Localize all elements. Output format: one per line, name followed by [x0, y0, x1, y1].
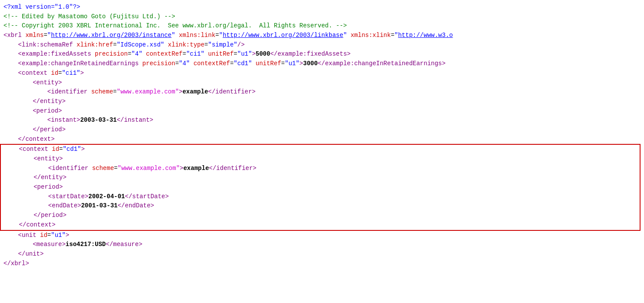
- unit-open: <unit: [18, 232, 37, 239]
- instant-open: <instant>: [47, 117, 80, 123]
- precision2-attr: precision: [142, 60, 175, 67]
- scheme-attr: scheme: [91, 88, 113, 95]
- enddate-value: 2001-03-31: [81, 202, 117, 209]
- contextref-val: "ci1": [186, 50, 204, 57]
- line-25: <unit id="u1">: [0, 231, 644, 240]
- context-ci1-gt: >: [80, 70, 83, 77]
- scheme2-attr: scheme: [92, 165, 114, 172]
- context-cd1-id-val: "cd1": [63, 146, 81, 153]
- line-1: <?xml version="1.0"?>: [0, 3, 644, 12]
- xmlns-link[interactable]: http://www.xbrl.org/2003/instance: [51, 32, 171, 39]
- line-6: <example:fixedAssets precision="4" conte…: [0, 50, 644, 59]
- contextref2-attr: contextRef: [194, 60, 230, 67]
- entity-open: <entity>: [33, 79, 62, 86]
- unitref2-val: "u1": [285, 60, 300, 67]
- comment-2: <!-- Copyright 2003 XBRL International I…: [3, 22, 347, 29]
- period-close-ci1: </period>: [33, 126, 66, 133]
- unitref2-attr: unitRef: [256, 60, 281, 67]
- line-20: <period>: [1, 183, 640, 192]
- line-15: </context>: [0, 135, 644, 144]
- xmlns-xlink-val: "http://www.w3.o: [394, 32, 453, 39]
- changeretained-open: <example:changeInRetainedEarnings: [18, 60, 139, 67]
- enddate-open: <endDate>: [48, 202, 81, 209]
- line-28: </xbrl>: [0, 259, 644, 269]
- line-13: <instant>2003-03-31</instant>: [0, 116, 644, 125]
- identifier2-gt: >: [180, 165, 183, 172]
- changeretained-gt: >: [300, 60, 303, 67]
- line-27: </unit>: [0, 250, 644, 259]
- xmlns-xlink-attr: xmlns:xlink: [350, 32, 390, 39]
- instant-close: </instant>: [117, 117, 153, 123]
- context-cd1-id-attr: id: [52, 146, 59, 153]
- changeretained-value: 3000: [303, 60, 318, 67]
- identifier2-value: example: [184, 165, 209, 172]
- context-cd1-gt: >: [81, 146, 84, 153]
- line-14: </period>: [0, 125, 644, 135]
- instant-value: 2003-03-31: [80, 117, 117, 123]
- line-2: <!-- Edited by Masatomo Goto (Fujitsu Lt…: [0, 12, 644, 22]
- enddate-close: </endDate>: [117, 202, 154, 209]
- fixedassets-close-end: </example:fixedAssets>: [270, 50, 350, 57]
- line-26: <measure>iso4217:USD</measure>: [0, 240, 644, 250]
- comment-1: <!-- Edited by Masatomo Goto (Fujitsu Lt…: [3, 13, 175, 20]
- xml-declaration: <?xml version="1.0"?>: [3, 3, 80, 10]
- period-close-cd1: </period>: [33, 212, 67, 219]
- startdate-close: </startDate>: [125, 193, 169, 200]
- context-cd1-close: </context>: [19, 221, 56, 228]
- line-8: <context id="ci1">: [0, 69, 644, 78]
- fixedassets-open: <example:fixedAssets: [18, 50, 91, 57]
- scheme2-val: "www.example.com": [117, 165, 180, 172]
- xbrl-close: </xbrl>: [3, 260, 29, 267]
- startdate-value: 2002-04-01: [88, 193, 125, 200]
- line-24: </context>: [1, 220, 640, 230]
- line-19: </entity>: [1, 173, 640, 183]
- xmlns-xlink-link[interactable]: http://www.w3.o: [398, 32, 453, 39]
- line-22: <endDate>2001-03-31</endDate>: [1, 201, 640, 211]
- measure-value: iso4217:USD: [66, 241, 106, 248]
- xmlns-link-link[interactable]: http://www.xbrl.org/2003/linkbase: [223, 32, 343, 39]
- xlink-href-attr: xlink:href: [77, 41, 113, 48]
- identifier-close: </identifier>: [208, 88, 256, 95]
- schemaref-close: />: [237, 41, 245, 48]
- measure-close: </measure>: [106, 241, 142, 248]
- xmlns-val: "http://www.xbrl.org/2003/instance": [47, 32, 175, 39]
- context-ci1-close: </context>: [18, 136, 55, 143]
- xml-editor: <?xml version="1.0"?> <!-- Edited by Mas…: [0, 0, 644, 303]
- fixedassets-close-start: >: [252, 50, 255, 57]
- line-18: <identifier scheme="www.example.com">exa…: [1, 164, 640, 173]
- line-12: <period>: [0, 107, 644, 116]
- identifier-value: example: [183, 88, 208, 95]
- period-open-ci1: <period>: [33, 107, 62, 114]
- precision2-val: "4": [179, 60, 190, 67]
- precision-attr: precision: [95, 50, 128, 57]
- line-5: <link:schemaRef xlink:href="IdScope.xsd"…: [0, 40, 644, 50]
- line-21: <startDate>2002-04-01</startDate>: [1, 192, 640, 202]
- highlighted-context-block: <context id="cd1"> <entity> <identifier …: [0, 144, 641, 230]
- line-11: </entity>: [0, 97, 644, 107]
- schemaref-tag: <link:schemaRef: [18, 41, 73, 48]
- identifier2-open: <identifier: [48, 165, 88, 172]
- xlink-type-attr: xlink:type: [168, 41, 204, 48]
- fixedassets-value: 5000: [256, 50, 270, 57]
- unitref-attr: unitRef: [208, 50, 234, 57]
- identifier-gt: >: [179, 88, 182, 95]
- xmlns-attr: xmlns: [25, 32, 43, 39]
- contextref-attr: contextRef: [146, 50, 183, 57]
- unit-close: </unit>: [18, 250, 44, 257]
- scheme-val: "www.example.com": [117, 88, 179, 95]
- xmlns-link-attr: xmlns:link: [179, 32, 215, 39]
- unit-gt: >: [66, 232, 69, 239]
- unit-id-attr: id: [40, 232, 47, 239]
- identifier-open: <identifier: [47, 88, 87, 95]
- line-9: <entity>: [0, 78, 644, 88]
- contextref2-val: "cd1": [234, 60, 252, 67]
- xlink-href-val: "IdScope.xsd": [117, 41, 164, 48]
- line-16: <context id="cd1">: [1, 145, 640, 154]
- unitref-val: "u1": [237, 50, 252, 57]
- changeretained-close: </example:changeInRetainedEarnings>: [318, 60, 446, 67]
- startdate-open: <startDate>: [48, 193, 88, 200]
- context-id-val: "ci1": [62, 70, 80, 77]
- measure-open: <measure>: [33, 241, 66, 248]
- xlink-type-val: "simple": [208, 41, 237, 48]
- entity-close: </entity>: [33, 98, 66, 105]
